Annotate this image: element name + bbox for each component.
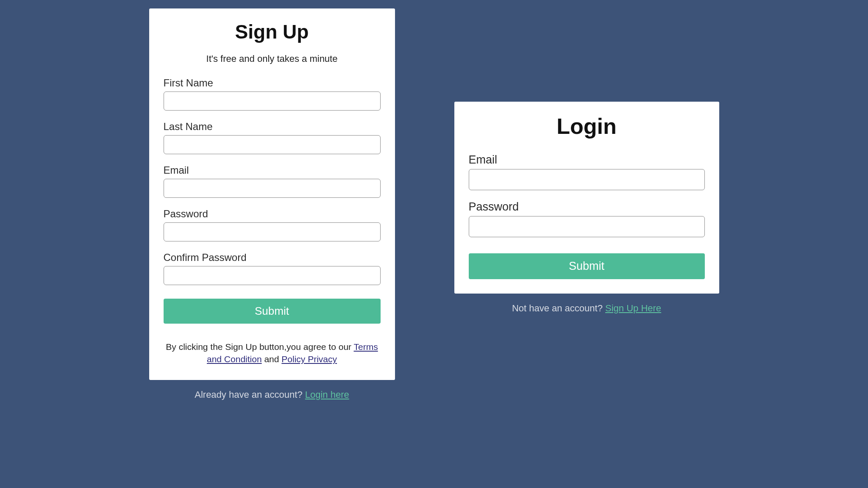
privacy-link[interactable]: Policy Privacy bbox=[281, 354, 337, 364]
signup-password-input[interactable] bbox=[164, 222, 381, 241]
login-email-group: Email bbox=[469, 153, 705, 190]
login-title: Login bbox=[469, 114, 705, 139]
confirm-password-input[interactable] bbox=[164, 266, 381, 285]
signup-legal-text: By clicking the Sign Up button,you agree… bbox=[164, 341, 381, 366]
login-email-input[interactable] bbox=[469, 169, 705, 190]
already-account-text: Already have an account? bbox=[195, 389, 305, 400]
signup-title: Sign Up bbox=[164, 20, 381, 43]
signup-email-group: Email bbox=[164, 164, 381, 198]
login-password-label: Password bbox=[469, 200, 705, 214]
login-below-text: Not have an account? Sign Up Here bbox=[512, 303, 661, 314]
login-here-link[interactable]: Login here bbox=[305, 389, 349, 400]
signup-below-text: Already have an account? Login here bbox=[195, 389, 349, 400]
login-password-group: Password bbox=[469, 200, 705, 237]
signup-email-label: Email bbox=[164, 164, 381, 176]
last-name-group: Last Name bbox=[164, 121, 381, 154]
legal-prefix: By clicking the Sign Up button,you agree… bbox=[166, 342, 353, 352]
first-name-label: First Name bbox=[164, 77, 381, 89]
signup-email-input[interactable] bbox=[164, 179, 381, 198]
first-name-group: First Name bbox=[164, 77, 381, 111]
signup-subtitle: It's free and only takes a minute bbox=[164, 53, 381, 64]
signup-here-link[interactable]: Sign Up Here bbox=[605, 303, 661, 313]
confirm-password-group: Confirm Password bbox=[164, 252, 381, 285]
last-name-input[interactable] bbox=[164, 135, 381, 154]
signup-column: Sign Up It's free and only takes a minut… bbox=[149, 8, 395, 400]
login-password-input[interactable] bbox=[469, 216, 705, 237]
login-submit-button[interactable]: Submit bbox=[469, 253, 705, 279]
no-account-text: Not have an account? bbox=[512, 303, 605, 313]
signup-password-label: Password bbox=[164, 208, 381, 220]
signup-password-group: Password bbox=[164, 208, 381, 241]
login-email-label: Email bbox=[469, 153, 705, 166]
signup-submit-button[interactable]: Submit bbox=[164, 299, 381, 324]
legal-and: and bbox=[264, 354, 281, 364]
first-name-input[interactable] bbox=[164, 92, 381, 111]
last-name-label: Last Name bbox=[164, 121, 381, 133]
confirm-password-label: Confirm Password bbox=[164, 252, 381, 263]
login-card: Login Email Password Submit bbox=[454, 102, 719, 294]
login-column: Login Email Password Submit Not have an … bbox=[454, 102, 719, 314]
signup-card: Sign Up It's free and only takes a minut… bbox=[149, 8, 395, 380]
